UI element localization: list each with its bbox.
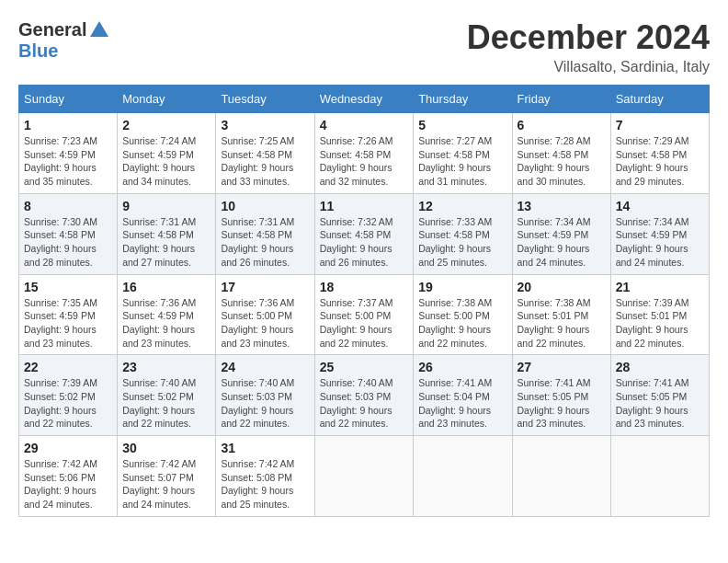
day-info: Sunrise: 7:42 AMSunset: 5:07 PMDaylight:… bbox=[122, 458, 196, 510]
day-info: Sunrise: 7:30 AMSunset: 4:58 PMDaylight:… bbox=[24, 216, 97, 268]
calendar-cell: 12 Sunrise: 7:33 AMSunset: 4:58 PMDaylig… bbox=[414, 193, 512, 274]
day-info: Sunrise: 7:31 AMSunset: 4:58 PMDaylight:… bbox=[221, 216, 294, 268]
calendar-cell: 17 Sunrise: 7:36 AMSunset: 5:00 PMDaylig… bbox=[216, 274, 314, 355]
day-number: 2 bbox=[122, 118, 210, 132]
calendar-cell: 13 Sunrise: 7:34 AMSunset: 4:59 PMDaylig… bbox=[512, 193, 610, 274]
calendar-cell: 30 Sunrise: 7:42 AMSunset: 5:07 PMDaylig… bbox=[118, 436, 216, 517]
day-number: 8 bbox=[24, 199, 112, 213]
day-number: 18 bbox=[320, 280, 409, 294]
day-number: 21 bbox=[616, 280, 704, 294]
calendar-cell: 4 Sunrise: 7:26 AMSunset: 4:58 PMDayligh… bbox=[314, 113, 414, 194]
day-info: Sunrise: 7:36 AMSunset: 4:59 PMDaylight:… bbox=[122, 297, 196, 349]
day-info: Sunrise: 7:36 AMSunset: 5:00 PMDaylight:… bbox=[221, 297, 294, 349]
day-info: Sunrise: 7:37 AMSunset: 5:00 PMDaylight:… bbox=[320, 297, 393, 349]
calendar-cell: 28 Sunrise: 7:41 AMSunset: 5:05 PMDaylig… bbox=[610, 355, 709, 436]
day-number: 6 bbox=[518, 118, 606, 132]
day-number: 15 bbox=[24, 280, 112, 294]
day-info: Sunrise: 7:34 AMSunset: 4:59 PMDaylight:… bbox=[518, 216, 591, 268]
logo-icon bbox=[88, 18, 110, 40]
day-info: Sunrise: 7:38 AMSunset: 5:01 PMDaylight:… bbox=[518, 297, 591, 349]
calendar-cell: 24 Sunrise: 7:40 AMSunset: 5:03 PMDaylig… bbox=[216, 355, 314, 436]
day-number: 12 bbox=[418, 199, 506, 213]
calendar-cell bbox=[610, 436, 709, 517]
calendar-table: Sunday Monday Tuesday Wednesday Thursday… bbox=[18, 85, 710, 517]
calendar-header-row: Sunday Monday Tuesday Wednesday Thursday… bbox=[19, 86, 710, 113]
day-number: 27 bbox=[518, 360, 606, 374]
day-number: 3 bbox=[221, 118, 309, 132]
day-number: 10 bbox=[221, 199, 309, 213]
calendar-cell: 5 Sunrise: 7:27 AMSunset: 4:58 PMDayligh… bbox=[414, 113, 512, 194]
calendar-cell: 19 Sunrise: 7:38 AMSunset: 5:00 PMDaylig… bbox=[414, 274, 512, 355]
day-number: 16 bbox=[122, 280, 210, 294]
day-number: 4 bbox=[320, 118, 409, 132]
day-info: Sunrise: 7:33 AMSunset: 4:58 PMDaylight:… bbox=[418, 216, 492, 268]
header-monday: Monday bbox=[118, 86, 216, 113]
calendar-cell: 10 Sunrise: 7:31 AMSunset: 4:58 PMDaylig… bbox=[216, 193, 314, 274]
day-info: Sunrise: 7:35 AMSunset: 4:59 PMDaylight:… bbox=[24, 297, 97, 349]
day-number: 24 bbox=[221, 360, 309, 374]
day-number: 7 bbox=[616, 118, 704, 132]
calendar-cell: 29 Sunrise: 7:42 AMSunset: 5:06 PMDaylig… bbox=[19, 436, 118, 517]
header-wednesday: Wednesday bbox=[314, 86, 414, 113]
calendar-cell: 16 Sunrise: 7:36 AMSunset: 4:59 PMDaylig… bbox=[118, 274, 216, 355]
calendar-week-3: 15 Sunrise: 7:35 AMSunset: 4:59 PMDaylig… bbox=[19, 274, 710, 355]
logo: General Blue bbox=[18, 18, 110, 62]
day-info: Sunrise: 7:28 AMSunset: 4:58 PMDaylight:… bbox=[518, 135, 591, 187]
day-info: Sunrise: 7:23 AMSunset: 4:59 PMDaylight:… bbox=[24, 135, 97, 187]
logo-general-text: General bbox=[18, 19, 86, 40]
calendar-week-1: 1 Sunrise: 7:23 AMSunset: 4:59 PMDayligh… bbox=[19, 113, 710, 194]
logo-blue-text: Blue bbox=[18, 40, 58, 62]
day-info: Sunrise: 7:34 AMSunset: 4:59 PMDaylight:… bbox=[616, 216, 689, 268]
calendar-cell: 21 Sunrise: 7:39 AMSunset: 5:01 PMDaylig… bbox=[610, 274, 709, 355]
day-info: Sunrise: 7:31 AMSunset: 4:58 PMDaylight:… bbox=[122, 216, 196, 268]
calendar-cell: 15 Sunrise: 7:35 AMSunset: 4:59 PMDaylig… bbox=[19, 274, 118, 355]
day-number: 20 bbox=[518, 280, 606, 294]
day-info: Sunrise: 7:41 AMSunset: 5:04 PMDaylight:… bbox=[418, 377, 492, 429]
calendar-cell bbox=[414, 436, 512, 517]
day-info: Sunrise: 7:42 AMSunset: 5:08 PMDaylight:… bbox=[221, 458, 294, 510]
svg-marker-0 bbox=[90, 21, 108, 37]
day-number: 5 bbox=[418, 118, 506, 132]
calendar-cell: 22 Sunrise: 7:39 AMSunset: 5:02 PMDaylig… bbox=[19, 355, 118, 436]
calendar-cell: 6 Sunrise: 7:28 AMSunset: 4:58 PMDayligh… bbox=[512, 113, 610, 194]
calendar-week-4: 22 Sunrise: 7:39 AMSunset: 5:02 PMDaylig… bbox=[19, 355, 710, 436]
header-tuesday: Tuesday bbox=[216, 86, 314, 113]
day-number: 25 bbox=[320, 360, 409, 374]
day-number: 23 bbox=[122, 360, 210, 374]
header-friday: Friday bbox=[512, 86, 610, 113]
day-info: Sunrise: 7:40 AMSunset: 5:03 PMDaylight:… bbox=[221, 377, 294, 429]
header-sunday: Sunday bbox=[19, 86, 118, 113]
calendar-cell: 18 Sunrise: 7:37 AMSunset: 5:00 PMDaylig… bbox=[314, 274, 414, 355]
day-info: Sunrise: 7:26 AMSunset: 4:58 PMDaylight:… bbox=[320, 135, 393, 187]
day-info: Sunrise: 7:29 AMSunset: 4:58 PMDaylight:… bbox=[616, 135, 689, 187]
day-number: 9 bbox=[122, 199, 210, 213]
calendar-week-2: 8 Sunrise: 7:30 AMSunset: 4:58 PMDayligh… bbox=[19, 193, 710, 274]
calendar-cell: 23 Sunrise: 7:40 AMSunset: 5:02 PMDaylig… bbox=[118, 355, 216, 436]
calendar-cell: 9 Sunrise: 7:31 AMSunset: 4:58 PMDayligh… bbox=[118, 193, 216, 274]
day-info: Sunrise: 7:40 AMSunset: 5:03 PMDaylight:… bbox=[320, 377, 393, 429]
day-info: Sunrise: 7:24 AMSunset: 4:59 PMDaylight:… bbox=[122, 135, 196, 187]
day-info: Sunrise: 7:41 AMSunset: 5:05 PMDaylight:… bbox=[518, 377, 591, 429]
calendar-cell: 3 Sunrise: 7:25 AMSunset: 4:58 PMDayligh… bbox=[216, 113, 314, 194]
day-number: 26 bbox=[418, 360, 506, 374]
header-thursday: Thursday bbox=[414, 86, 512, 113]
calendar-cell: 31 Sunrise: 7:42 AMSunset: 5:08 PMDaylig… bbox=[216, 436, 314, 517]
page-header: General Blue December 2024 Villasalto, S… bbox=[18, 18, 710, 75]
location-subtitle: Villasalto, Sardinia, Italy bbox=[467, 59, 710, 75]
day-info: Sunrise: 7:39 AMSunset: 5:01 PMDaylight:… bbox=[616, 297, 689, 349]
calendar-cell bbox=[314, 436, 414, 517]
day-number: 17 bbox=[221, 280, 309, 294]
calendar-cell: 1 Sunrise: 7:23 AMSunset: 4:59 PMDayligh… bbox=[19, 113, 118, 194]
calendar-cell: 8 Sunrise: 7:30 AMSunset: 4:58 PMDayligh… bbox=[19, 193, 118, 274]
day-info: Sunrise: 7:41 AMSunset: 5:05 PMDaylight:… bbox=[616, 377, 689, 429]
calendar-cell bbox=[512, 436, 610, 517]
calendar-cell: 25 Sunrise: 7:40 AMSunset: 5:03 PMDaylig… bbox=[314, 355, 414, 436]
header-saturday: Saturday bbox=[610, 86, 709, 113]
calendar-cell: 20 Sunrise: 7:38 AMSunset: 5:01 PMDaylig… bbox=[512, 274, 610, 355]
day-number: 29 bbox=[24, 441, 112, 455]
calendar-cell: 26 Sunrise: 7:41 AMSunset: 5:04 PMDaylig… bbox=[414, 355, 512, 436]
day-number: 30 bbox=[122, 441, 210, 455]
day-number: 13 bbox=[518, 199, 606, 213]
day-info: Sunrise: 7:32 AMSunset: 4:58 PMDaylight:… bbox=[320, 216, 393, 268]
day-number: 28 bbox=[616, 360, 704, 374]
